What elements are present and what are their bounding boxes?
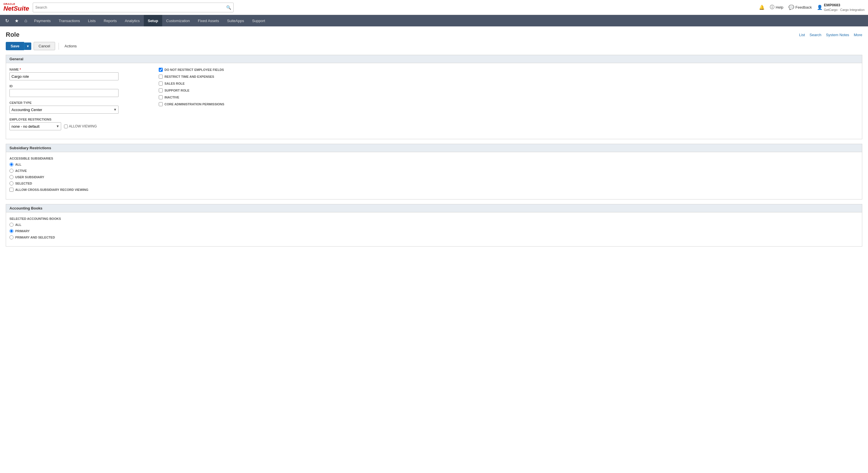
user-area[interactable]: 👤 EMP0683 GetCargo · Cargo Integration xyxy=(817,3,865,12)
employee-restrictions-select[interactable]: none - no default Direct Reports Only Su… xyxy=(9,122,61,130)
allow-cross-label[interactable]: ALLOW CROSS-SUBSIDIARY RECORD VIEWING xyxy=(9,188,859,192)
general-left: NAME * ID CENTER TYPE Accounting xyxy=(9,68,147,134)
search-link[interactable]: Search xyxy=(809,33,821,37)
books-primary-group: PRIMARY xyxy=(9,229,859,233)
toolbar: Save ▼ Cancel Actions xyxy=(6,42,862,50)
do-not-restrict-text: DO NOT RESTRICT EMPLOYEE FIELDS xyxy=(164,68,224,71)
allow-cross-checkbox[interactable] xyxy=(9,188,13,192)
sales-role-checkbox[interactable] xyxy=(159,82,163,86)
save-dropdown-button[interactable]: ▼ xyxy=(24,42,31,50)
actions-button[interactable]: Actions xyxy=(62,42,79,50)
do-not-restrict-label[interactable]: DO NOT RESTRICT EMPLOYEE FIELDS xyxy=(159,68,859,72)
cancel-button[interactable]: Cancel xyxy=(34,42,55,50)
notification-button[interactable]: 🔔 xyxy=(759,5,765,10)
books-primary-selected-text: PRIMARY AND SELECTED xyxy=(15,235,55,239)
subsidiary-active-label[interactable]: ACTIVE xyxy=(9,169,859,173)
books-all-group: ALL xyxy=(9,223,859,227)
books-primary-selected-label[interactable]: PRIMARY AND SELECTED xyxy=(9,235,859,240)
subsidiary-selected-radio[interactable] xyxy=(9,181,13,185)
list-link[interactable]: List xyxy=(799,33,805,37)
system-notes-link[interactable]: System Notes xyxy=(826,33,849,37)
nav-bar: ↻ ★ ⌂ Payments Transactions Lists Report… xyxy=(0,15,868,26)
help-label: Help xyxy=(776,5,783,9)
id-input[interactable] xyxy=(9,89,119,97)
subsidiary-selected-group: SELECTED xyxy=(9,181,859,185)
nav-payments[interactable]: Payments xyxy=(30,15,55,26)
page-actions: List Search System Notes More xyxy=(799,33,862,37)
books-all-text: ALL xyxy=(15,223,21,226)
search-input[interactable] xyxy=(35,5,226,9)
allow-cross-group: ALLOW CROSS-SUBSIDIARY RECORD VIEWING xyxy=(9,188,859,192)
nav-lists[interactable]: Lists xyxy=(84,15,100,26)
allow-viewing-text: ALLOW VIEWING xyxy=(69,124,97,128)
subsidiary-all-label[interactable]: ALL xyxy=(9,162,859,166)
restrict-time-label[interactable]: RESTRICT TIME AND EXPENSES xyxy=(159,75,859,78)
sales-role-group: SALES ROLE xyxy=(159,82,859,86)
name-input[interactable] xyxy=(9,72,119,81)
center-type-label: CENTER TYPE xyxy=(9,101,147,104)
subsidiary-selected-text: SELECTED xyxy=(15,182,32,185)
toolbar-divider xyxy=(59,43,59,50)
sales-role-label[interactable]: SALES ROLE xyxy=(159,82,859,86)
save-group: Save ▼ xyxy=(6,42,31,50)
id-group: ID xyxy=(9,84,147,97)
help-button[interactable]: ⓘ Help xyxy=(770,4,783,10)
general-right: DO NOT RESTRICT EMPLOYEE FIELDS RESTRICT… xyxy=(159,68,859,109)
nav-favorites-button[interactable]: ★ xyxy=(12,15,22,26)
subsidiary-user-text: USER SUBSIDIARY xyxy=(15,176,44,179)
support-role-group: SUPPORT ROLE xyxy=(159,88,859,92)
nav-reports[interactable]: Reports xyxy=(100,15,121,26)
books-primary-radio[interactable] xyxy=(9,229,13,233)
subsidiary-active-radio[interactable] xyxy=(9,169,13,173)
restrict-time-checkbox[interactable] xyxy=(159,75,163,78)
nav-customization[interactable]: Customization xyxy=(162,15,194,26)
books-primary-label[interactable]: PRIMARY xyxy=(9,229,859,233)
support-role-text: SUPPORT ROLE xyxy=(164,89,189,92)
nav-transactions[interactable]: Transactions xyxy=(55,15,84,26)
subsidiary-selected-label[interactable]: SELECTED xyxy=(9,181,859,185)
sales-role-text: SALES ROLE xyxy=(164,82,185,85)
center-type-wrapper: Accounting Center Administrator Basic Cu… xyxy=(9,106,119,114)
page-header: Role List Search System Notes More xyxy=(6,31,862,38)
selected-accounting-books-label: SELECTED ACCOUNTING BOOKS xyxy=(9,217,859,220)
nav-setup[interactable]: Setup xyxy=(144,15,162,26)
feedback-button[interactable]: 💬 Feedback xyxy=(788,5,812,10)
books-all-label[interactable]: ALL xyxy=(9,223,859,227)
inactive-label[interactable]: INACTIVE xyxy=(159,95,859,99)
inactive-text: INACTIVE xyxy=(164,96,179,99)
nav-suiteapps[interactable]: SuiteApps xyxy=(223,15,248,26)
inactive-checkbox[interactable] xyxy=(159,95,163,99)
nav-fixed-assets[interactable]: Fixed Assets xyxy=(194,15,223,26)
subsidiary-user-label[interactable]: USER SUBSIDIARY xyxy=(9,175,859,179)
inactive-group: INACTIVE xyxy=(159,95,859,99)
general-section: General NAME * ID xyxy=(6,55,862,139)
core-admin-label[interactable]: CORE ADMINISTRATION PERMISSIONS xyxy=(159,102,859,106)
subsidiary-all-radio[interactable] xyxy=(9,162,13,166)
id-label: ID xyxy=(9,84,147,88)
help-icon: ⓘ xyxy=(770,4,774,10)
support-role-label[interactable]: SUPPORT ROLE xyxy=(159,88,859,92)
center-type-select[interactable]: Accounting Center Administrator Basic Cu… xyxy=(9,106,119,114)
nav-support[interactable]: Support xyxy=(248,15,269,26)
subsidiary-active-group: ACTIVE xyxy=(9,169,859,173)
books-primary-text: PRIMARY xyxy=(15,229,30,233)
subsidiary-section-body: ACCESSIBLE SUBSIDIARIES ALL ACTIVE USER … xyxy=(6,152,862,199)
core-admin-group: CORE ADMINISTRATION PERMISSIONS xyxy=(159,102,859,106)
general-form-row: NAME * ID CENTER TYPE Accounting xyxy=(9,68,859,134)
allow-viewing-checkbox[interactable] xyxy=(64,125,68,128)
support-role-checkbox[interactable] xyxy=(159,88,163,92)
books-all-radio[interactable] xyxy=(9,223,13,227)
core-admin-checkbox[interactable] xyxy=(159,102,163,106)
name-label: NAME * xyxy=(9,68,147,71)
nav-analytics[interactable]: Analytics xyxy=(121,15,144,26)
nav-home-button[interactable]: ⌂ xyxy=(22,15,30,26)
more-link[interactable]: More xyxy=(854,33,862,37)
books-primary-selected-radio[interactable] xyxy=(9,235,13,240)
search-bar[interactable]: 🔍 xyxy=(33,3,234,12)
save-button[interactable]: Save xyxy=(6,42,24,50)
do-not-restrict-checkbox[interactable] xyxy=(159,68,163,72)
top-bar: ORACLE NetSuite 🔍 🔔 ⓘ Help 💬 Feedback 👤 … xyxy=(0,0,868,15)
subsidiary-user-radio[interactable] xyxy=(9,175,13,179)
nav-back-button[interactable]: ↻ xyxy=(2,15,12,26)
allow-viewing-label[interactable]: ALLOW VIEWING xyxy=(64,124,97,128)
